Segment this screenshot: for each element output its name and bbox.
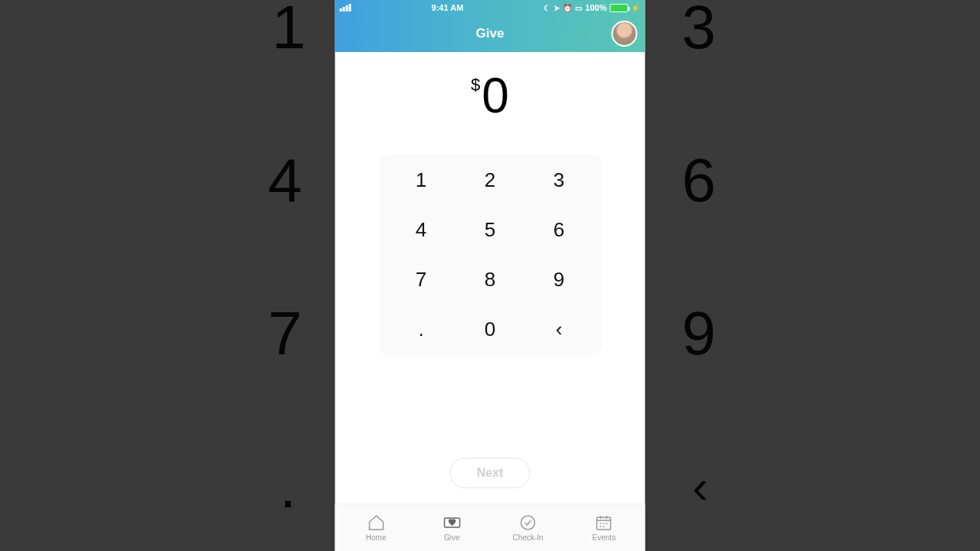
tab-home-label: Home [366, 533, 387, 542]
alarm-icon: ⏰ [563, 4, 572, 12]
key-5[interactable]: 5 [456, 218, 524, 242]
header: 9:41 AM ☾ ➤ ⏰ ▭ 100% ⚡ Give [335, 0, 645, 52]
status-right: ☾ ➤ ⏰ ▭ 100% ⚡ [544, 3, 640, 12]
bg-keypad-9: 9 [682, 298, 717, 369]
key-0[interactable]: 0 [456, 318, 524, 341]
tab-checkin-label: Check-In [513, 533, 544, 542]
currency-symbol: $ [471, 75, 480, 94]
keypad: 1 2 3 4 5 6 7 8 9 . 0 ‹ [379, 155, 601, 355]
tab-bar: Home Give Check-In Events [335, 504, 645, 551]
key-7[interactable]: 7 [387, 268, 456, 292]
bg-keypad-1: 1 [272, 0, 306, 63]
bg-keypad-6: 6 [682, 145, 717, 216]
airplay-icon: ▭ [575, 4, 582, 12]
status-left [340, 4, 351, 11]
tab-events[interactable]: Events [566, 514, 642, 542]
bg-keypad-3: 3 [682, 0, 717, 63]
checkin-icon [519, 514, 537, 532]
key-8[interactable]: 8 [456, 268, 524, 292]
bg-keypad-7: 7 [268, 298, 302, 369]
battery-text: 100% [585, 3, 606, 12]
status-bar: 9:41 AM ☾ ➤ ⏰ ▭ 100% ⚡ [335, 0, 645, 15]
home-icon [367, 514, 385, 532]
key-9[interactable]: 9 [524, 268, 593, 292]
location-icon: ➤ [554, 4, 560, 12]
signal-icon [340, 4, 351, 11]
tab-give[interactable]: Give [414, 514, 490, 542]
amount-display: $0 [335, 52, 645, 132]
bg-keypad-4: 4 [268, 145, 302, 216]
key-4[interactable]: 4 [387, 218, 456, 242]
battery-icon [609, 4, 628, 12]
profile-avatar[interactable] [612, 21, 638, 47]
tab-events-label: Events [593, 533, 616, 542]
events-icon [595, 514, 613, 532]
give-icon [443, 514, 461, 532]
tab-give-label: Give [444, 533, 460, 542]
page-title: Give [476, 26, 505, 41]
key-3[interactable]: 3 [524, 168, 593, 192]
bg-keypad-dot: . [279, 452, 296, 522]
bg-keypad-back: ‹ [692, 459, 708, 514]
charging-icon: ⚡ [631, 4, 640, 12]
moon-icon: ☾ [544, 4, 550, 12]
phone-frame: 9:41 AM ☾ ➤ ⏰ ▭ 100% ⚡ Give $0 1 2 3 4 5… [335, 0, 645, 551]
key-6[interactable]: 6 [524, 218, 593, 242]
svg-point-1 [521, 516, 535, 530]
amount-value: 0 [482, 68, 509, 123]
title-bar: Give [335, 15, 645, 52]
tab-checkin[interactable]: Check-In [490, 514, 566, 542]
next-button[interactable]: Next [450, 458, 531, 488]
key-2[interactable]: 2 [456, 168, 524, 192]
key-backspace[interactable]: ‹ [524, 318, 593, 341]
status-time: 9:41 AM [432, 3, 464, 12]
next-area: Next [335, 355, 645, 504]
key-1[interactable]: 1 [387, 168, 456, 192]
tab-home[interactable]: Home [338, 514, 414, 542]
key-dot[interactable]: . [387, 318, 456, 341]
